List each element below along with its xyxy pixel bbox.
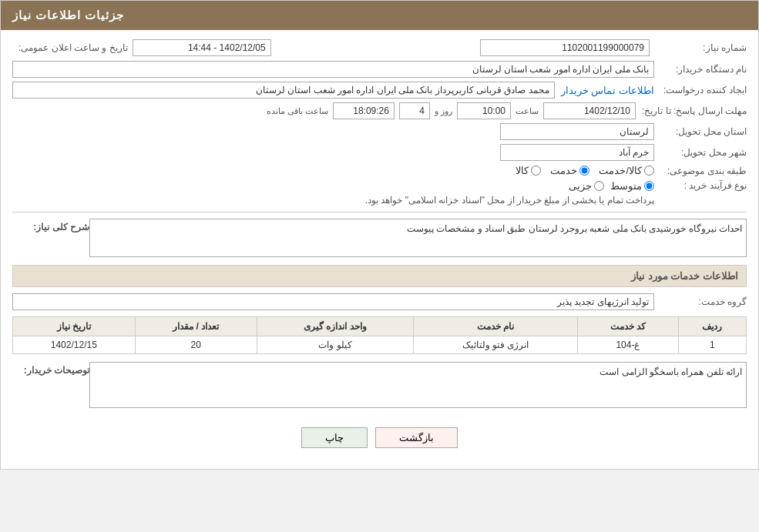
sharh-niaz-label: شرح کلی نیاز:: [12, 219, 89, 233]
row-quantity: 20: [135, 336, 257, 354]
mande-value: 18:09:26: [333, 102, 395, 119]
button-container: بازگشت چاپ: [12, 416, 747, 460]
saat-label: ساعت: [516, 106, 539, 116]
roz-value: 4: [399, 102, 430, 119]
row-date: 1402/12/15: [13, 336, 136, 354]
radio-jozi[interactable]: جزیی: [569, 180, 604, 192]
mande-label: ساعت باقی مانده: [267, 106, 328, 116]
row-code: غ-104: [578, 336, 678, 354]
noFarayandLabel: نوع فرآیند خرید :: [654, 180, 747, 191]
page-title: جزئیات اطلاعات نیاز: [12, 8, 124, 22]
mohlatErsalPasox-label: مهلت ارسال پاسخ: تا تاریخ:: [636, 105, 747, 116]
radio-kala[interactable]: کالا: [516, 165, 541, 176]
shahr-value: خرم آباد: [500, 144, 654, 161]
shomareNiaz-value: 1102001199000079: [480, 39, 650, 56]
tabaghebandiLabel: طبقه بندی موضوعی:: [654, 166, 747, 176]
ostan-value: لرستان: [500, 123, 654, 140]
ostan-label: استان محل تحویل:: [654, 126, 747, 137]
col-date: تاریخ نیاز: [13, 317, 136, 336]
sharh-niaz-value: احداث نیروگاه خورشیدی بانک ملی شعبه بروج…: [89, 219, 747, 257]
group-khedmat-label: گروه خدمت:: [654, 296, 747, 307]
col-quantity: تعداد / مقدار: [135, 317, 257, 336]
shomareNiaz-label: شماره نیاز:: [654, 42, 747, 53]
row-num: 1: [678, 336, 746, 354]
namDastgah-label: نام دستگاه خریدار:: [654, 64, 747, 75]
noFarayandRadioGroup: متوسط جزیی: [12, 180, 654, 192]
print-button[interactable]: چاپ: [301, 427, 368, 448]
group-khedmat-value: تولید انرژیهای تجدید پذیر: [12, 293, 654, 310]
ijadKonande-label: ایجاد کننده درخواست:: [654, 85, 747, 95]
row-service-name: انرژی فتو ولتائیک: [413, 336, 577, 354]
tawsif-value: ارائه تلفن همراه باسخگو الزامی است: [89, 362, 747, 408]
radio-kala-khedmat[interactable]: کالا/خدمت: [599, 165, 654, 176]
saat-value: 10:00: [457, 102, 511, 119]
col-unit: واحد اندازه گیری: [257, 317, 414, 336]
tarikh-elan-label: تاریخ و ساعت اعلان عمومی:: [12, 42, 128, 53]
row-unit: کیلو وات: [257, 336, 414, 354]
col-rownum: ردیف: [678, 317, 746, 336]
namDastgah-value: بانک ملی ایران اداره امور شعب استان لرست…: [12, 61, 654, 78]
tawsif-label: توصیحات خریدار:: [12, 362, 89, 376]
service-table: ردیف کد خدمت نام خدمت واحد اندازه گیری ت…: [12, 316, 747, 354]
tarikh-value: 1402/12/10: [543, 102, 636, 119]
col-code: کد خدمت: [578, 317, 678, 336]
roz-label: روز و: [435, 106, 452, 116]
contact-link[interactable]: اطلاعات تماس خریدار: [561, 85, 654, 96]
tabaghebandiRadioGroup: کالا/خدمت خدمت کالا: [516, 165, 654, 176]
back-button[interactable]: بازگشت: [375, 427, 458, 448]
page-header: جزئیات اطلاعات نیاز: [1, 1, 758, 30]
farayand-note: پرداخت تمام یا بخشی از مبلغ خریدار از مح…: [12, 195, 654, 206]
service-section-title: اطلاعات خدمات مورد نیاز: [12, 265, 747, 287]
radio-motevaset[interactable]: متوسط: [610, 180, 654, 192]
table-row: 1 غ-104 انرژی فتو ولتائیک کیلو وات 20 14…: [13, 336, 747, 354]
ijadKonande-value: محمد صادق قربانی کاربرپرداز بانک ملی ایر…: [12, 82, 555, 99]
tarikh-elan-value: 1402/12/05 - 14:44: [133, 39, 271, 56]
shahr-label: شهر محل تحویل:: [654, 147, 747, 158]
radio-khedmat[interactable]: خدمت: [550, 165, 589, 176]
col-name: نام خدمت: [413, 317, 577, 336]
